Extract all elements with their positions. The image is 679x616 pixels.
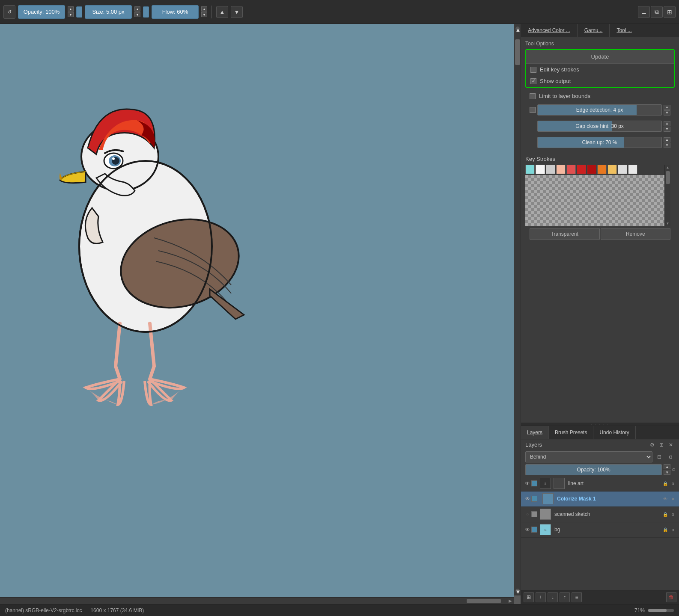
swatch-red1[interactable] (566, 165, 576, 174)
clean-up-down[interactable]: ▼ (664, 143, 670, 148)
transparent-button[interactable]: Transparent (530, 228, 600, 240)
flow-up-arrow[interactable]: ▲ (201, 6, 207, 12)
gap-close-up[interactable]: ▲ (664, 121, 670, 126)
lock-icon-bg[interactable]: 🔒 (662, 526, 669, 533)
swatch-scroll-thumb[interactable] (666, 171, 670, 184)
edge-detection-up[interactable]: ▲ (664, 105, 670, 110)
layer-visibility-scanned[interactable]: ○ (524, 510, 531, 518)
layer-row-colorize[interactable]: 👁 Colorize Mask 1 👁 ✕ (521, 492, 679, 507)
layer-up-button[interactable]: ↑ (560, 592, 570, 602)
alpha-icon[interactable]: α (666, 453, 675, 461)
tab-layers[interactable]: Layers (521, 426, 549, 439)
limit-layer-bounds-checkbox[interactable] (530, 93, 536, 99)
opacity-down-arrow[interactable]: ▼ (68, 12, 74, 17)
opacity-up-arrow[interactable]: ▲ (664, 464, 670, 469)
refresh-button[interactable]: ↺ (3, 5, 15, 19)
flow-field[interactable]: Flow: 60% (152, 5, 199, 19)
gap-close-slider[interactable]: Gap close hint: 30 px (537, 121, 662, 132)
gap-close-down[interactable]: ▼ (664, 127, 670, 132)
alpha-icon-bg[interactable]: α (670, 526, 676, 533)
window-minimize-button[interactable]: 🗕 (638, 6, 650, 18)
swatch-scroll-down[interactable]: ▼ (666, 222, 670, 225)
window-tile-button[interactable]: ⧉ (651, 6, 663, 18)
alpha-lock-icon[interactable]: α (672, 467, 675, 472)
horizontal-scrollbar-thumb[interactable] (467, 599, 501, 603)
remove-button[interactable]: Remove (601, 228, 671, 240)
limit-layer-bounds-row[interactable]: Limit to layer bounds (525, 91, 675, 101)
opacity-up-arrow[interactable]: ▲ (68, 6, 74, 12)
edit-key-strokes-row[interactable]: Edit key strokes (526, 64, 674, 75)
layer-visibility-colorize[interactable]: 👁 (524, 495, 531, 503)
blend-mode-select[interactable]: Behind (525, 451, 652, 462)
scrollbar-thumb[interactable] (515, 39, 520, 65)
scroll-right-arrow[interactable]: ▶ (509, 598, 512, 603)
panel-divider[interactable]: · · · · · (521, 423, 679, 426)
filter-icon[interactable]: ⊟ (655, 453, 664, 461)
swatch-gray[interactable] (546, 165, 555, 174)
edge-detection-down[interactable]: ▼ (664, 110, 670, 116)
swatch-peach[interactable] (556, 165, 566, 174)
brush-options-button[interactable]: ▼ (231, 6, 243, 18)
layers-filter-icon[interactable]: ⊞ (658, 441, 665, 449)
lock-icon-line-art[interactable]: 🔒 (662, 480, 669, 487)
zoom-slider[interactable] (648, 609, 674, 612)
layer-down-button[interactable]: ↓ (548, 592, 558, 602)
layer-row-line-art[interactable]: 👁 S line art 🔒 α (521, 476, 679, 492)
layers-settings-icon[interactable]: ⚙ (648, 441, 656, 449)
checker-area[interactable] (525, 175, 668, 226)
alpha-icon-line-art[interactable]: α (670, 480, 676, 487)
tab-undo-history[interactable]: Undo History (593, 426, 635, 439)
swatch-scroll-up[interactable]: ▲ (666, 166, 670, 169)
edge-detection-checkbox[interactable] (530, 107, 536, 113)
layer-row-scanned[interactable]: ○ scanned sketch 🔒 α (521, 507, 679, 522)
eye-icon-colorize[interactable]: 👁 (662, 495, 669, 502)
swatches-scrollbar[interactable]: ▲ ▼ (664, 165, 670, 226)
clean-up-slider[interactable]: Clean up: 70 % (537, 137, 662, 148)
edit-key-strokes-checkbox[interactable] (530, 67, 536, 73)
swatch-lightgray2[interactable] (628, 165, 637, 174)
layer-delete-button[interactable]: 🗑 (666, 592, 676, 602)
gap-close-row: Gap close hint: 30 px ▲ ▼ (525, 119, 675, 133)
swatch-yellow[interactable] (608, 165, 617, 174)
edge-detection-slider[interactable]: Edge detection: 4 px (537, 104, 662, 116)
layer-visibility-line-art[interactable]: 👁 (524, 480, 531, 487)
toolbar-expand-button[interactable]: ⊞ (664, 6, 676, 18)
panel-spacer (521, 244, 679, 423)
flow-down-arrow[interactable]: ▼ (201, 12, 207, 17)
lock-icon-scanned[interactable]: 🔒 (662, 511, 669, 518)
swatch-red2[interactable] (577, 165, 586, 174)
show-output-row[interactable]: ✓ Show output (526, 75, 674, 87)
layer-add-button[interactable]: + (536, 592, 546, 602)
canvas-area[interactable] (0, 24, 514, 597)
tab-brush-presets[interactable]: Brush Presets (549, 426, 593, 439)
swatch-white[interactable] (536, 165, 545, 174)
close-icon-colorize[interactable]: ✕ (670, 495, 676, 502)
size-up-arrow[interactable]: ▲ (134, 6, 140, 12)
tab-tool[interactable]: Tool ... (610, 24, 639, 37)
swatch-orange[interactable] (597, 165, 607, 174)
layer-visibility-bg[interactable]: 👁 (524, 526, 531, 533)
canvas-scroll-bottom[interactable]: ▶ (0, 597, 514, 604)
size-field[interactable]: Size: 5.00 px (85, 5, 132, 19)
alpha-icon-scanned[interactable]: α (670, 511, 676, 518)
clean-up-up[interactable]: ▲ (664, 137, 670, 142)
layer-menu-button[interactable]: ≡ (572, 592, 582, 602)
layer-row-bg[interactable]: 👁 S bg 🔒 α (521, 522, 679, 538)
scroll-up-btn[interactable]: ▲ (515, 27, 520, 31)
swatch-darkred[interactable] (587, 165, 596, 174)
opacity-down-arrow[interactable]: ▼ (664, 470, 670, 475)
swatch-cyan[interactable] (525, 165, 535, 174)
show-output-checkbox[interactable]: ✓ (530, 78, 536, 84)
opacity-field[interactable]: Opacity: 100% (18, 5, 65, 19)
update-button[interactable]: Update (526, 50, 674, 64)
swatch-lightgray1[interactable] (618, 165, 627, 174)
brush-direction-button[interactable]: ▲ (216, 6, 228, 18)
tab-advanced-color[interactable]: Advanced Color ... (521, 24, 578, 37)
tab-gamu[interactable]: Gamu... (578, 24, 610, 37)
scroll-down-btn[interactable]: ▼ (515, 589, 520, 593)
canvas-scrollbar-right[interactable]: ▲ ▼ (514, 24, 521, 595)
size-down-arrow[interactable]: ▼ (134, 12, 140, 17)
layer-options-button[interactable]: ⊞ (524, 592, 534, 602)
layers-close-icon[interactable]: ✕ (667, 441, 675, 449)
layer-opacity-slider[interactable]: Opacity: 100% (525, 464, 662, 475)
